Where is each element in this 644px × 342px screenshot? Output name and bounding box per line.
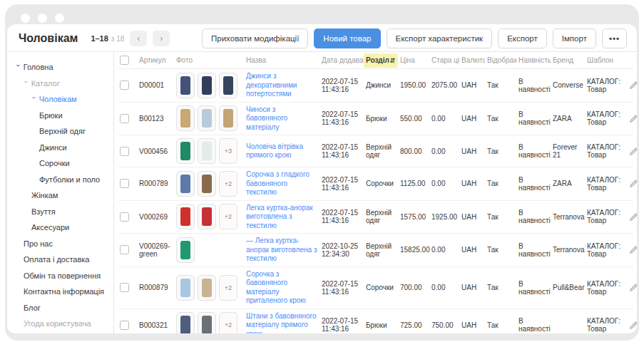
product-name-link[interactable]: Джинси з декоративними потертостями bbox=[246, 72, 297, 98]
select-all-checkbox[interactable] bbox=[120, 56, 129, 65]
sidebar-item-сорочки[interactable]: Сорочки bbox=[16, 155, 111, 172]
sidebar-item-головна[interactable]: ⌄Головна bbox=[16, 59, 111, 76]
column-header-дата-додавання[interactable]: Дата додавання bbox=[320, 56, 364, 64]
prev-page-button[interactable]: ‹ bbox=[130, 31, 147, 46]
product-photo[interactable] bbox=[198, 312, 216, 333]
product-name-link[interactable]: Сорочка з гладкого бавовняного текстилю bbox=[246, 170, 310, 196]
edit-icon[interactable] bbox=[629, 81, 637, 90]
sidebar-item-аксесуари[interactable]: Аксесуари bbox=[16, 219, 111, 236]
product-photo[interactable] bbox=[198, 204, 216, 229]
column-header-артикул[interactable]: Артикул bbox=[137, 56, 174, 64]
photo-thumbnails: +2 bbox=[174, 168, 244, 200]
product-name-link[interactable]: Чиноси з бавовняного матеріалу bbox=[246, 105, 287, 131]
sidebar-item-угода-користувача[interactable]: Угода користувача bbox=[16, 316, 111, 332]
photo-thumbnails bbox=[174, 103, 244, 134]
product-photo[interactable] bbox=[176, 312, 195, 333]
more-photos-badge[interactable]: +2 bbox=[219, 275, 237, 301]
edit-icon[interactable] bbox=[629, 179, 637, 188]
sidebar-item-брюки[interactable]: Брюки bbox=[16, 108, 111, 124]
column-header-ціна[interactable]: Ціна bbox=[398, 56, 429, 64]
sidebar-item-верхній-одяг[interactable]: Верхній одяг bbox=[16, 123, 111, 140]
sku-cell: B00123 bbox=[137, 112, 174, 125]
row-actions bbox=[628, 78, 637, 93]
row-checkbox[interactable] bbox=[120, 114, 129, 123]
admin-panel: Чоловікам 1–18 з 18 ‹ › Приховати модифі… bbox=[7, 24, 637, 333]
sidebar-item-label: Сорочки bbox=[39, 155, 70, 172]
currency-cell: UAH bbox=[459, 318, 485, 332]
product-photo[interactable] bbox=[198, 275, 216, 301]
edit-icon[interactable] bbox=[629, 245, 637, 254]
sidebar-item-джинси[interactable]: Джинси bbox=[16, 140, 111, 156]
product-photo[interactable] bbox=[176, 138, 195, 164]
column-header-наявність[interactable]: Наявність bbox=[516, 56, 551, 64]
product-photo[interactable] bbox=[176, 237, 195, 263]
product-name-link[interactable]: — Легка куртка-анорак виготовлена з текс… bbox=[246, 237, 317, 262]
row-checkbox[interactable] bbox=[120, 147, 129, 156]
column-header-розділ[interactable]: Розділ⇵ bbox=[364, 53, 398, 68]
photo-thumbnails: +3 bbox=[174, 135, 244, 167]
next-page-button[interactable]: › bbox=[153, 31, 170, 46]
sidebar-item-чоловікам[interactable]: ⌄Чоловікам bbox=[16, 91, 111, 108]
photo-thumbnails bbox=[174, 234, 244, 266]
column-header-відображати[interactable]: Відображати bbox=[485, 56, 516, 64]
row-checkbox[interactable] bbox=[120, 179, 129, 188]
product-name-link[interactable]: Сорочка з бавовняного матеріалу притален… bbox=[246, 270, 306, 305]
product-photo[interactable] bbox=[198, 171, 216, 197]
edit-icon[interactable] bbox=[629, 283, 637, 292]
import-button[interactable]: Імпорт bbox=[553, 28, 596, 48]
sidebar-item-про-нас[interactable]: Про нас bbox=[16, 236, 111, 252]
new-product-button[interactable]: Новий товар bbox=[314, 28, 380, 48]
edit-icon[interactable] bbox=[629, 114, 637, 123]
edit-icon[interactable] bbox=[629, 147, 637, 156]
sidebar-item-каталог[interactable]: ⌄Каталог bbox=[16, 76, 111, 92]
pagination-range: 1–18 bbox=[91, 34, 108, 43]
export-button[interactable]: Експорт bbox=[498, 28, 547, 48]
row-checkbox[interactable] bbox=[120, 245, 129, 254]
row-checkbox[interactable] bbox=[120, 81, 129, 90]
sidebar-item-обмін-та-повернення[interactable]: Обмін та повернення bbox=[16, 268, 111, 284]
product-photo[interactable] bbox=[219, 105, 237, 131]
garment-image bbox=[202, 175, 212, 193]
sidebar-item-жінкам[interactable]: Жінкам bbox=[16, 187, 111, 204]
sidebar-item-блог[interactable]: Блог bbox=[16, 300, 111, 316]
product-photo[interactable] bbox=[198, 105, 216, 131]
export-characteristics-button[interactable]: Експорт характеристик bbox=[387, 28, 493, 48]
column-header-фото[interactable]: Фото bbox=[174, 56, 244, 64]
more-photos-badge[interactable]: +2 bbox=[219, 312, 237, 333]
column-header-назва[interactable]: Назва bbox=[244, 56, 320, 64]
product-name-link[interactable]: Легка куртка-анорак виготовлена з тексти… bbox=[246, 204, 313, 229]
product-photo[interactable] bbox=[219, 73, 237, 98]
product-name-link[interactable]: Чоловіча вітрівка прямого крою bbox=[246, 142, 303, 160]
column-header-валюта[interactable]: Валюта bbox=[459, 56, 485, 64]
date-added-cell: 2022-07-15 11:43:16 bbox=[320, 140, 364, 162]
column-header-шаблон[interactable]: Шаблон bbox=[585, 56, 628, 64]
edit-icon[interactable] bbox=[629, 321, 637, 330]
product-photo[interactable] bbox=[176, 73, 195, 98]
product-photo[interactable] bbox=[176, 171, 195, 197]
category-cell: Брюки bbox=[364, 112, 398, 125]
product-name-link[interactable]: Штани з бавовняного матеріалу прямого кр… bbox=[246, 312, 317, 334]
row-checkbox[interactable] bbox=[120, 321, 129, 330]
more-photos-badge[interactable]: +2 bbox=[219, 171, 237, 197]
product-photo[interactable] bbox=[198, 138, 216, 164]
product-photo[interactable] bbox=[176, 204, 195, 229]
more-photos-badge[interactable]: +2 bbox=[219, 204, 237, 229]
hide-modifications-button[interactable]: Приховати модифікації bbox=[202, 28, 308, 48]
product-photo[interactable] bbox=[198, 73, 216, 98]
more-photos-badge[interactable]: +3 bbox=[219, 138, 237, 164]
more-button[interactable]: ••• bbox=[602, 28, 627, 48]
sidebar-item-взуття[interactable]: Взуття bbox=[16, 204, 111, 220]
row-checkbox[interactable] bbox=[120, 283, 129, 292]
edit-icon[interactable] bbox=[629, 212, 637, 222]
column-header-стара-ціна[interactable]: Стара ціна bbox=[429, 56, 459, 64]
product-photo[interactable] bbox=[176, 105, 195, 131]
sidebar-item-футболки-и-поло[interactable]: Футболки и поло bbox=[16, 172, 111, 188]
sidebar-item-відгуки-про-магазин[interactable]: Відгуки про магазин bbox=[16, 332, 111, 334]
row-checkbox[interactable] bbox=[120, 212, 129, 222]
column-header-бренд[interactable]: Бренд bbox=[551, 56, 585, 64]
sort-icon[interactable]: ⇵ bbox=[389, 53, 395, 68]
old-price-cell: 0.00 bbox=[429, 281, 459, 294]
sidebar-item-оплата-і-доставка[interactable]: Оплата і доставка bbox=[16, 252, 111, 268]
sidebar-item-контактна-інформація[interactable]: Контактна інформація bbox=[16, 284, 111, 300]
product-photo[interactable] bbox=[176, 275, 195, 301]
